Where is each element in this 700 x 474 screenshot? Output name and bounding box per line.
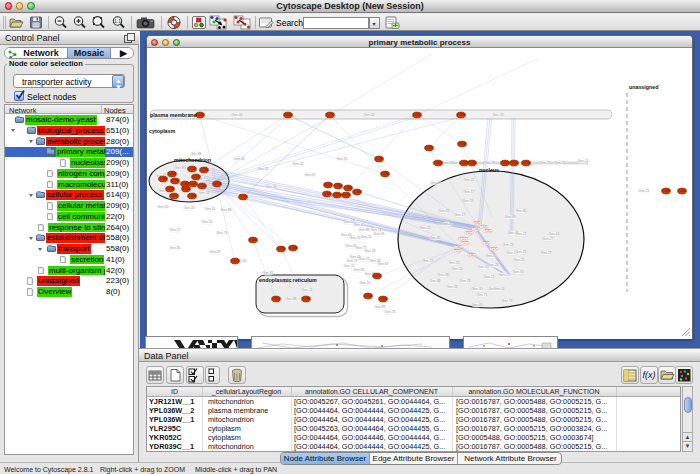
svg-text:YL84W: YL84W <box>277 247 286 251</box>
svg-text:YL22W: YL22W <box>171 179 180 183</box>
svg-text:Gen-53: Gen-53 <box>202 220 213 224</box>
svg-text:Gen-14: Gen-14 <box>578 159 589 163</box>
svg-text:YL38W: YL38W <box>249 238 258 242</box>
svg-text:YL15W: YL15W <box>334 184 343 188</box>
svg-text:YL49W: YL49W <box>182 187 191 191</box>
svg-text:Gen-19: Gen-19 <box>423 259 434 263</box>
svg-text:YL16W: YL16W <box>379 297 388 301</box>
svg-text:Gen-85: Gen-85 <box>354 268 365 272</box>
svg-text:Gen-28: Gen-28 <box>460 279 471 283</box>
svg-text:YL32W: YL32W <box>333 193 342 197</box>
svg-text:YL59W: YL59W <box>198 184 207 188</box>
svg-text:YL05W: YL05W <box>196 113 205 117</box>
svg-text:Gen-00: Gen-00 <box>364 113 375 117</box>
svg-text:YL69W: YL69W <box>434 161 443 165</box>
svg-text:Y17C: Y17C <box>454 249 461 253</box>
svg-text:Y11C: Y11C <box>466 231 473 235</box>
svg-text:Gen-81: Gen-81 <box>263 271 274 275</box>
svg-text:YL70W: YL70W <box>213 182 222 186</box>
svg-text:Gen-13: Gen-13 <box>516 232 527 236</box>
svg-text:Gen-09: Gen-09 <box>505 215 516 219</box>
svg-text:Gen-21: Gen-21 <box>639 189 650 193</box>
svg-text:YL29W: YL29W <box>344 186 353 190</box>
svg-text:YL29W: YL29W <box>200 168 209 172</box>
svg-text:Gen-55: Gen-55 <box>420 226 431 230</box>
svg-text:YL67W: YL67W <box>522 161 531 165</box>
svg-text:YL41W: YL41W <box>342 193 351 197</box>
svg-text:Gen-35: Gen-35 <box>170 246 181 250</box>
svg-text:Gen-88: Gen-88 <box>430 279 441 283</box>
svg-text:Gen-40: Gen-40 <box>354 223 365 227</box>
svg-text:Gen-27: Gen-27 <box>541 251 552 255</box>
svg-text:YL35W: YL35W <box>192 175 201 179</box>
svg-text:YL85W: YL85W <box>364 294 373 298</box>
svg-text:Y52C: Y52C <box>491 247 498 251</box>
svg-text:unassigned: unassigned <box>629 84 658 90</box>
svg-text:Gen-45: Gen-45 <box>464 178 475 182</box>
svg-text:plasma membrane: plasma membrane <box>150 112 197 118</box>
svg-text:Gen-57: Gen-57 <box>464 190 475 194</box>
svg-text:Gen-20: Gen-20 <box>540 161 551 165</box>
svg-text:Gen-16: Gen-16 <box>266 185 277 189</box>
svg-text:Gen-45: Gen-45 <box>430 236 441 240</box>
svg-text:Gen-46: Gen-46 <box>472 303 483 307</box>
svg-text:Gen-80: Gen-80 <box>516 209 527 213</box>
svg-text:Gen-64: Gen-64 <box>549 232 560 236</box>
svg-text:Gen-28: Gen-28 <box>488 263 499 267</box>
svg-text:Gen-33: Gen-33 <box>447 285 458 289</box>
svg-text:YL15W: YL15W <box>188 167 197 171</box>
svg-text:Gen-85: Gen-85 <box>485 161 496 165</box>
svg-text:Gen-17: Gen-17 <box>170 228 181 232</box>
svg-text:Y17C: Y17C <box>462 241 469 245</box>
svg-text:YL46W: YL46W <box>353 190 362 194</box>
svg-text:Gen-59: Gen-59 <box>463 199 474 203</box>
svg-text:YL42W: YL42W <box>413 113 422 117</box>
svg-text:Gen-25: Gen-25 <box>350 236 361 240</box>
svg-text:Gen-80: Gen-80 <box>175 166 186 170</box>
svg-text:Gen-50: Gen-50 <box>478 265 489 269</box>
svg-text:Y14C: Y14C <box>473 227 480 231</box>
svg-text:YL86W: YL86W <box>457 113 466 117</box>
svg-text:YL83W: YL83W <box>662 189 671 193</box>
svg-text:YL20W: YL20W <box>323 192 332 196</box>
svg-text:Gen-02: Gen-02 <box>293 162 304 166</box>
svg-text:YL13W: YL13W <box>468 161 477 165</box>
svg-text:Y36C: Y36C <box>469 253 476 257</box>
svg-text:Y20C: Y20C <box>481 225 488 229</box>
svg-text:YL30W: YL30W <box>425 146 434 150</box>
svg-text:Gen-72: Gen-72 <box>502 299 513 303</box>
svg-text:YL03W: YL03W <box>324 183 333 187</box>
svg-text:Gen-81: Gen-81 <box>439 209 450 213</box>
svg-text:Gen-05: Gen-05 <box>486 254 497 258</box>
svg-text:Gen-87: Gen-87 <box>431 181 442 185</box>
svg-text:Gen-48: Gen-48 <box>438 273 449 277</box>
svg-text:Gen-25: Gen-25 <box>499 273 510 277</box>
svg-text:Gen-66: Gen-66 <box>232 113 243 117</box>
svg-text:YL05W: YL05W <box>168 172 177 176</box>
svg-text:YL33W: YL33W <box>166 187 175 191</box>
svg-text:Y11C: Y11C <box>460 237 467 241</box>
svg-text:Gen-67: Gen-67 <box>378 262 389 266</box>
svg-text:Gen-23: Gen-23 <box>503 243 514 247</box>
svg-text:Gen-71: Gen-71 <box>477 293 488 297</box>
svg-text:Gen-00: Gen-00 <box>158 205 169 209</box>
svg-text:Gen-27: Gen-27 <box>543 237 554 241</box>
svg-text:cytoplasm: cytoplasm <box>149 128 175 134</box>
svg-text:mitochondrion: mitochondrion <box>174 157 211 163</box>
svg-text:Y38C: Y38C <box>483 241 490 245</box>
svg-text:YL29W: YL29W <box>302 297 311 301</box>
svg-text:Gen-27: Gen-27 <box>347 259 358 263</box>
svg-text:Y14C: Y14C <box>455 245 462 249</box>
svg-text:YL62W: YL62W <box>231 259 240 263</box>
svg-text:YL38W: YL38W <box>381 172 390 176</box>
svg-text:Gen-35: Gen-35 <box>337 157 348 161</box>
svg-text:1:1: 1:1 <box>114 18 121 24</box>
svg-text:Y28C: Y28C <box>485 229 492 233</box>
svg-text:Gen-74: Gen-74 <box>385 310 396 314</box>
svg-text:Gen-49: Gen-49 <box>210 250 221 254</box>
svg-text:Gen-25: Gen-25 <box>514 258 525 262</box>
svg-text:f(x): f(x) <box>643 370 656 380</box>
svg-text:YL69W: YL69W <box>188 194 197 198</box>
svg-text:nucleus: nucleus <box>479 167 499 173</box>
svg-text:Gen-17: Gen-17 <box>455 213 466 217</box>
